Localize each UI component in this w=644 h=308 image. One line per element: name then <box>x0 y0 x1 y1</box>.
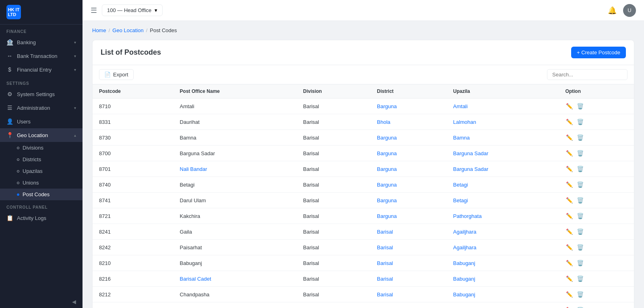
delete-button[interactable]: 🗑️ <box>576 306 584 308</box>
delete-button[interactable]: 🗑️ <box>576 275 584 283</box>
branch-label: 100 — Head Office <box>107 7 151 13</box>
sidebar-item-financial-entry[interactable]: $ Financial Entry ▾ <box>0 63 83 76</box>
collapse-icon: ◀ <box>72 299 76 305</box>
district-cell[interactable]: Barguna <box>371 193 447 208</box>
sidebar-item-bank-transaction[interactable]: ↔ Bank Transaction ▾ <box>0 49 83 63</box>
district-cell[interactable]: Barguna <box>371 99 447 114</box>
edit-button[interactable]: ✏️ <box>565 275 574 283</box>
sidebar-item-divisions[interactable]: Divisions <box>0 142 83 154</box>
upazila-cell[interactable]: Amtali <box>447 99 559 114</box>
postcode-cell: 8331 <box>93 114 173 130</box>
postcode-cell: 8210 <box>93 255 173 271</box>
upazila-cell[interactable]: Betagi <box>447 193 559 208</box>
postcodes-card: List of Postcodes + Create Postcode 📄 Ex… <box>92 40 634 308</box>
edit-button[interactable]: ✏️ <box>565 290 574 298</box>
upazila-cell[interactable]: Agailjhara <box>447 224 559 240</box>
create-postcode-button[interactable]: + Create Postcode <box>571 47 626 58</box>
post-office-cell: Kakchira <box>173 208 297 224</box>
sidebar-item-system-settings[interactable]: ⚙ System Settings <box>0 87 83 101</box>
upazila-cell[interactable]: Bamna <box>447 130 559 146</box>
edit-button[interactable]: ✏️ <box>565 228 574 236</box>
district-cell[interactable]: Barisal <box>371 271 447 287</box>
sidebar-item-geo-location[interactable]: 📍 Geo Location ▴ <box>0 128 83 142</box>
delete-button[interactable]: 🗑️ <box>576 118 584 126</box>
upazila-cell[interactable]: Babuganj <box>447 271 559 287</box>
upazila-cell[interactable]: Babuganj <box>447 287 559 302</box>
breadcrumb-geo-location[interactable]: Geo Location <box>112 27 143 33</box>
sidebar-item-districts[interactable]: Districts <box>0 154 83 165</box>
sidebar-item-administration[interactable]: ☰ Administration ▾ <box>0 101 83 115</box>
users-icon: 👤 <box>6 118 13 125</box>
delete-button[interactable]: 🗑️ <box>576 243 584 251</box>
banking-label: Banking <box>17 39 36 45</box>
notification-bell-icon[interactable]: 🔔 <box>608 6 617 15</box>
district-cell[interactable]: Barguna <box>371 146 447 161</box>
district-cell[interactable]: Barguna <box>371 208 447 224</box>
district-cell[interactable]: Bhola <box>371 114 447 130</box>
hamburger-icon[interactable]: ☰ <box>91 6 97 15</box>
edit-button[interactable]: ✏️ <box>565 306 574 308</box>
district-cell[interactable]: Barisal <box>371 224 447 240</box>
edit-button[interactable]: ✏️ <box>565 102 574 110</box>
upazila-cell[interactable]: Babuganj <box>447 302 559 308</box>
edit-button[interactable]: ✏️ <box>565 196 574 204</box>
edit-button[interactable]: ✏️ <box>565 259 574 267</box>
export-button[interactable]: 📄 Export <box>99 69 134 80</box>
edit-button[interactable]: ✏️ <box>565 149 574 157</box>
delete-button[interactable]: 🗑️ <box>576 259 584 267</box>
upazila-cell[interactable]: Barguna Sadar <box>447 146 559 161</box>
sidebar-collapse-btn[interactable]: ◀ <box>0 296 83 308</box>
district-cell[interactable]: Barguna <box>371 130 447 146</box>
delete-button[interactable]: 🗑️ <box>576 165 584 173</box>
edit-button[interactable]: ✏️ <box>565 133 574 142</box>
delete-button[interactable]: 🗑️ <box>576 102 584 110</box>
activity-logs-icon: 📋 <box>6 215 13 221</box>
post-office-cell: Madhabpasha <box>173 302 297 308</box>
delete-button[interactable]: 🗑️ <box>576 228 584 236</box>
upazila-cell[interactable]: Agailjhara <box>447 240 559 255</box>
district-cell[interactable]: Barisal <box>371 302 447 308</box>
geo-location-chevron: ▴ <box>74 133 76 138</box>
sidebar-item-post-codes[interactable]: Post Codes <box>0 189 83 200</box>
table-row: 8331 Daurihat Barisal Bhola Lalmohan ✏️ … <box>93 114 634 130</box>
upazila-cell[interactable]: Babuganj <box>447 255 559 271</box>
topbar-left: ☰ 100 — Head Office ▾ <box>91 4 163 16</box>
delete-button[interactable]: 🗑️ <box>576 149 584 157</box>
branch-selector[interactable]: 100 — Head Office ▾ <box>102 4 163 16</box>
sidebar-item-users[interactable]: 👤 Users <box>0 115 83 128</box>
post-office-cell: Betagi <box>173 177 297 193</box>
sidebar-item-unions[interactable]: Unions <box>0 177 83 189</box>
page-title: List of Postcodes <box>101 48 161 57</box>
delete-button[interactable]: 🗑️ <box>576 133 584 142</box>
delete-button[interactable]: 🗑️ <box>576 212 584 220</box>
sidebar-item-activity-logs[interactable]: 📋 Activity Logs <box>0 211 83 225</box>
post-office-cell: Daurihat <box>173 114 297 130</box>
edit-button[interactable]: ✏️ <box>565 181 574 189</box>
table-row: 8740 Betagi Barisal Barguna Betagi ✏️ 🗑️ <box>93 177 634 193</box>
breadcrumb-home[interactable]: Home <box>92 27 106 33</box>
edit-button[interactable]: ✏️ <box>565 118 574 126</box>
delete-button[interactable]: 🗑️ <box>576 196 584 204</box>
upazila-cell[interactable]: Barguna Sadar <box>447 161 559 177</box>
sidebar-item-banking[interactable]: 🏦 Banking ▾ <box>0 35 83 49</box>
delete-button[interactable]: 🗑️ <box>576 181 584 189</box>
delete-button[interactable]: 🗑️ <box>576 290 584 298</box>
district-cell[interactable]: Barisal <box>371 287 447 302</box>
district-cell[interactable]: Barguna <box>371 161 447 177</box>
upazila-cell[interactable]: Pathorghata <box>447 208 559 224</box>
district-cell[interactable]: Barisal <box>371 240 447 255</box>
upazila-cell[interactable]: Lalmohan <box>447 114 559 130</box>
edit-button[interactable]: ✏️ <box>565 212 574 220</box>
post-office-cell[interactable]: Nali Bandar <box>173 161 297 177</box>
division-cell: Barisal <box>297 193 371 208</box>
edit-button[interactable]: ✏️ <box>565 243 574 251</box>
edit-button[interactable]: ✏️ <box>565 165 574 173</box>
district-cell[interactable]: Barguna <box>371 177 447 193</box>
sidebar-item-upazilas[interactable]: Upazilas <box>0 165 83 177</box>
user-avatar[interactable]: U <box>623 4 636 17</box>
search-input[interactable] <box>547 69 627 80</box>
upazila-cell[interactable]: Betagi <box>447 177 559 193</box>
table-header: Postcode Post Office Name Division Distr… <box>93 84 634 99</box>
district-cell[interactable]: Barisal <box>371 255 447 271</box>
post-office-cell[interactable]: Barisal Cadet <box>173 271 297 287</box>
